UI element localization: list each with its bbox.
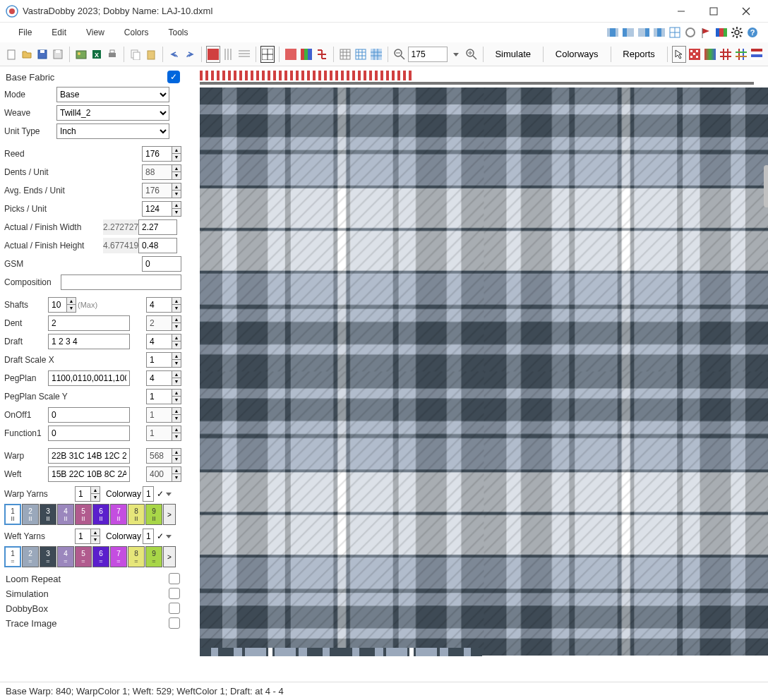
new-icon[interactable] [4, 46, 18, 63]
af-width-2[interactable] [138, 219, 177, 235]
picks-unit-input[interactable] [142, 201, 172, 217]
view-icon-3[interactable] [637, 25, 651, 40]
colorways-button[interactable]: Colorways [548, 46, 606, 62]
arrow-icon[interactable] [672, 46, 686, 63]
weave-select[interactable]: Twill4_2 [56, 105, 169, 121]
dobbybox-checkbox[interactable] [169, 603, 180, 614]
view-icon-2[interactable] [621, 25, 635, 40]
pattern-vlines-icon[interactable] [222, 46, 236, 63]
menu-edit[interactable]: Edit [42, 25, 76, 40]
yarn-swatch[interactable]: 8= [128, 546, 145, 567]
yarn-swatch[interactable]: 4= [57, 546, 74, 567]
red-check-icon[interactable] [688, 46, 702, 63]
trace-image-checkbox[interactable] [169, 617, 180, 629]
close-button[interactable] [730, 0, 762, 23]
menu-colors[interactable]: Colors [114, 25, 159, 40]
warp-colorway-checkbox[interactable]: ✓ [157, 489, 164, 499]
palette-icon[interactable] [714, 25, 728, 40]
pattern-red-icon[interactable] [284, 46, 298, 63]
function1-input[interactable] [48, 426, 130, 441]
saveas-icon[interactable] [51, 46, 65, 63]
gear-icon[interactable] [730, 25, 744, 40]
pegplan-input[interactable] [48, 370, 130, 386]
base-fabric-header[interactable]: Base Fabric ✓ [4, 69, 181, 85]
zoom-input[interactable] [408, 47, 448, 62]
pattern-bluegrid-filled-icon[interactable] [369, 46, 383, 63]
warp-input[interactable] [48, 448, 130, 464]
hash-multi-icon[interactable] [734, 46, 748, 63]
pegplan-v2-input[interactable] [146, 370, 172, 386]
minimize-button[interactable] [665, 0, 697, 23]
onoff1-input[interactable] [48, 407, 130, 423]
shafts-input[interactable] [48, 297, 66, 313]
stripes-icon[interactable] [750, 46, 764, 63]
pattern-bluegrid-icon[interactable] [354, 46, 368, 63]
open-icon[interactable] [20, 46, 34, 63]
excel-icon[interactable]: X [90, 46, 104, 63]
shafts-v2-input[interactable] [146, 297, 172, 313]
simulation-checkbox[interactable] [169, 588, 180, 599]
yarn-swatch[interactable]: 1II [4, 504, 21, 525]
base-fabric-checkbox[interactable]: ✓ [167, 71, 180, 83]
photo-icon[interactable] [74, 46, 88, 63]
circle-icon[interactable] [683, 25, 697, 40]
view-icon-1[interactable] [606, 25, 620, 40]
save-icon[interactable] [35, 46, 49, 63]
yarn-swatch[interactable]: 1= [4, 546, 21, 567]
yarn-swatch[interactable]: 3II [40, 504, 56, 525]
draft-scale-x-input[interactable] [146, 352, 172, 368]
colorway2-input[interactable] [143, 529, 154, 544]
gradient-icon[interactable] [703, 46, 717, 63]
yarn-swatch[interactable]: 7= [110, 546, 127, 567]
fabric-canvas[interactable] [186, 66, 768, 682]
weft-colorway-checkbox[interactable]: ✓ [157, 531, 164, 541]
draft-input[interactable] [48, 334, 130, 349]
gsm-input[interactable] [142, 256, 181, 272]
menu-tools[interactable]: Tools [159, 25, 198, 40]
loom-repeat-checkbox[interactable] [169, 573, 180, 584]
copy-icon[interactable] [128, 46, 143, 63]
weft-input[interactable] [48, 466, 130, 482]
yarn-swatch[interactable]: 6II [92, 504, 109, 525]
help-icon[interactable]: ? [745, 25, 760, 40]
draft-v2-input[interactable] [146, 334, 172, 349]
colorway-input[interactable] [143, 486, 154, 502]
yarn-swatch[interactable]: 2II [22, 504, 39, 525]
dent-input[interactable] [48, 315, 130, 331]
vertical-scrollbar[interactable] [764, 165, 768, 207]
reports-button[interactable]: Reports [615, 46, 663, 62]
grid-view-icon[interactable] [668, 25, 682, 40]
yarn-nav-next[interactable]: > [163, 546, 176, 567]
print-icon[interactable] [105, 46, 119, 63]
yarn-swatch[interactable]: 4II [57, 504, 74, 525]
yarn-swatch[interactable]: 9= [145, 546, 162, 567]
yarn-nav-next[interactable]: > [163, 504, 176, 525]
af-height-2[interactable] [138, 238, 177, 253]
pattern-rainbow-icon[interactable] [299, 46, 313, 63]
pattern-grid-icon[interactable] [338, 46, 352, 63]
unit-type-select[interactable]: Inch [56, 123, 169, 139]
zoom-in-icon[interactable] [464, 46, 479, 63]
pattern-grid4-icon[interactable] [260, 46, 275, 63]
view-icon-4[interactable] [652, 25, 666, 40]
yarn-swatch[interactable]: 5= [75, 546, 92, 567]
yarn-swatch[interactable]: 8II [128, 504, 145, 525]
yarn-swatch[interactable]: 2= [22, 546, 39, 567]
pattern-hlines-icon[interactable] [237, 46, 251, 63]
yarn-swatch[interactable]: 7II [110, 504, 127, 525]
maximize-button[interactable] [697, 0, 730, 23]
pattern-swastika-icon[interactable] [315, 46, 329, 63]
yarn-swatch[interactable]: 6= [92, 546, 109, 567]
menu-file[interactable]: File [8, 25, 42, 40]
redo-icon[interactable] [183, 46, 197, 63]
hash-red-icon[interactable] [719, 46, 733, 63]
reed-input[interactable] [142, 146, 172, 162]
undo-icon[interactable] [167, 46, 181, 63]
yarn-swatch[interactable]: 5II [75, 504, 92, 525]
pattern-solid-icon[interactable] [206, 46, 220, 63]
warp-yarns-input[interactable] [75, 486, 90, 502]
zoom-out-icon[interactable] [392, 46, 406, 63]
mode-select[interactable]: Base [56, 87, 169, 102]
paste-icon[interactable] [144, 46, 158, 63]
composition-input[interactable] [61, 274, 181, 290]
